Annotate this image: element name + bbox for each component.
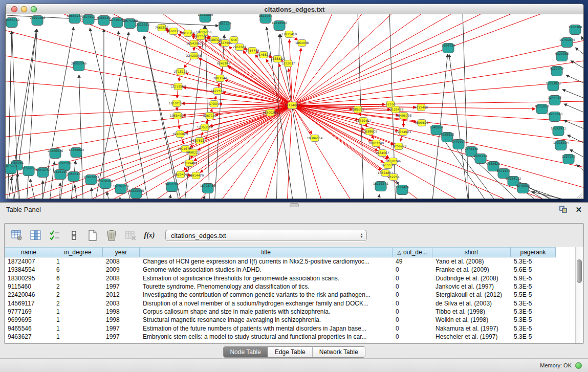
table-row[interactable]: 1872400712008Changes of HCN gene express… [5, 257, 575, 266]
scrollbar-thumb[interactable] [577, 259, 582, 283]
cell-in_degree: 6 [53, 266, 103, 273]
cell-out_degree: 0 [393, 333, 432, 340]
panel-splitter-handle[interactable] [290, 203, 299, 207]
table-columns-icon [30, 229, 42, 242]
svg-text:7632621: 7632621 [487, 162, 500, 165]
window-title: citations_edges.txt [265, 6, 325, 13]
checklist-icon [49, 229, 61, 242]
tab-node-table[interactable]: Node Table [223, 347, 268, 357]
sort-ascending-icon: △ [397, 250, 401, 255]
svg-text:15716485: 15716485 [200, 184, 216, 187]
svg-text:8267150: 8267150 [203, 114, 217, 117]
float-panel-button[interactable] [559, 206, 567, 213]
cell-pagerank: 5.3E-5 [511, 283, 556, 290]
cell-year: 2003 [103, 300, 140, 307]
cell-out_degree: 0 [393, 275, 432, 282]
cell-pagerank: 5.3E-5 [511, 325, 556, 332]
table-header-row: namein_degreeyeartitle△out_de...shortpag… [5, 247, 575, 257]
svg-text:8813054: 8813054 [259, 14, 273, 17]
new-column-button[interactable] [85, 228, 100, 243]
cell-in_degree: 2 [53, 300, 103, 307]
panel-title: Table Panel [6, 206, 41, 213]
cell-in_degree: 1 [53, 316, 103, 323]
svg-text:15693971: 15693971 [551, 126, 567, 130]
svg-text:19654923: 19654923 [396, 130, 411, 134]
table-row[interactable]: 946554611997Estimation of the future num… [5, 324, 575, 332]
svg-text:17359924: 17359924 [69, 148, 84, 151]
svg-text:3915931: 3915931 [6, 164, 18, 168]
table-row[interactable]: 911546021997Tourette syndrome. Phenomeno… [5, 282, 575, 291]
table-row[interactable]: 2242004622012Investigating the contribut… [5, 291, 575, 299]
cell-year: 2008 [103, 258, 140, 265]
svg-text:16099489: 16099489 [182, 161, 198, 165]
svg-text:12923448: 12923448 [128, 189, 144, 192]
tab-network-table[interactable]: Network Table [313, 347, 365, 357]
svg-text:1588520: 1588520 [271, 57, 285, 60]
cell-in_degree: 2 [53, 283, 103, 290]
table-row[interactable]: 977716911998Corpus callosum shape and si… [5, 308, 575, 316]
svg-text:9397588: 9397588 [58, 161, 72, 165]
column-header-title[interactable]: title [140, 247, 393, 257]
cell-name: 18724007 [5, 258, 53, 265]
svg-text:12942757: 12942757 [35, 168, 51, 171]
select-rows-button[interactable] [48, 228, 62, 243]
svg-text:18807249: 18807249 [368, 141, 384, 145]
svg-text:14055712: 14055712 [6, 18, 19, 21]
network-graph[interactable]: 1822605899275068912358966012574638221654… [6, 14, 583, 199]
window-titlebar[interactable]: citations_edges.txt [6, 4, 583, 15]
svg-text:13825419: 13825419 [281, 32, 297, 36]
svg-text:7515552: 7515552 [136, 23, 150, 26]
cell-in_degree: 2 [53, 291, 103, 298]
table-row[interactable]: 1456911722003Disruption of a novel membe… [5, 299, 575, 307]
svg-text:9660125: 9660125 [167, 29, 181, 33]
table-select-dropdown[interactable]: citations_edges.txt ▲▼ [165, 230, 367, 241]
network-canvas[interactable]: 1822605899275068912358966012574638221654… [6, 14, 583, 199]
cell-title: Estimation of significance thresholds fo… [140, 275, 393, 282]
svg-text:1640954: 1640954 [430, 125, 444, 129]
cell-name: 9699695 [5, 316, 53, 323]
svg-text:9115460: 9115460 [415, 105, 428, 109]
svg-text:10688609: 10688609 [362, 129, 378, 133]
minimize-window-button[interactable] [21, 6, 27, 12]
svg-text:8912358: 8912358 [181, 31, 195, 35]
table-row[interactable]: 946362711997Embryonic stem cells: a mode… [5, 333, 575, 341]
svg-text:9474444: 9474444 [465, 147, 478, 150]
cell-short: Nakamura et al. (1997) [432, 325, 511, 332]
column-header-out_degree[interactable]: △out_de... [393, 247, 432, 257]
svg-text:17016504: 17016504 [553, 141, 569, 144]
table-settings-button[interactable] [10, 228, 24, 243]
tab-edge-table[interactable]: Edge Table [268, 347, 313, 357]
select-columns-button[interactable] [29, 228, 43, 243]
close-window-button[interactable] [11, 6, 17, 12]
svg-text:18300295: 18300295 [263, 111, 278, 114]
svg-text:6466160: 6466160 [97, 16, 111, 19]
column-header-short[interactable]: short [432, 247, 511, 257]
close-panel-button[interactable]: ✕ [575, 206, 582, 213]
svg-text:8427552: 8427552 [211, 89, 225, 93]
column-header-name[interactable]: name [5, 247, 53, 257]
table-scrollbar[interactable] [575, 247, 583, 343]
delete-column-button[interactable] [104, 228, 119, 243]
svg-text:16914479: 16914479 [188, 173, 204, 177]
svg-text:19854923: 19854923 [170, 114, 186, 117]
column-header-year[interactable]: year [103, 247, 140, 257]
memory-status-indicator[interactable] [575, 362, 582, 369]
column-header-pagerank[interactable]: pagerank [511, 247, 556, 257]
resize-grip-icon[interactable] [576, 191, 583, 198]
delete-table-button-disabled[interactable] [123, 228, 138, 243]
table-toolbar: f(x) citations_edges.txt ▲▼ [5, 224, 583, 247]
dropdown-stepper-icon: ▲▼ [360, 233, 363, 238]
svg-text:17957223: 17957223 [83, 175, 99, 179]
function-builder-button[interactable]: f(x) [142, 228, 157, 243]
svg-text:1112304: 1112304 [569, 25, 582, 29]
cell-name: 18300295 [5, 275, 53, 282]
cell-name: 9463627 [5, 333, 53, 340]
table-row[interactable]: 969969511998Structural magnetic resonanc… [5, 316, 575, 324]
svg-text:16543962: 16543962 [186, 41, 202, 45]
svg-text:2718126: 2718126 [174, 70, 188, 73]
table-row[interactable]: 1830029562008Estimation of significance … [5, 274, 575, 282]
table-row[interactable]: 1938455462009Genome-wide association stu… [5, 266, 575, 274]
table-mode-button[interactable] [67, 228, 81, 243]
zoom-window-button[interactable] [31, 6, 37, 12]
column-header-in_degree[interactable]: in_degree [53, 247, 103, 257]
